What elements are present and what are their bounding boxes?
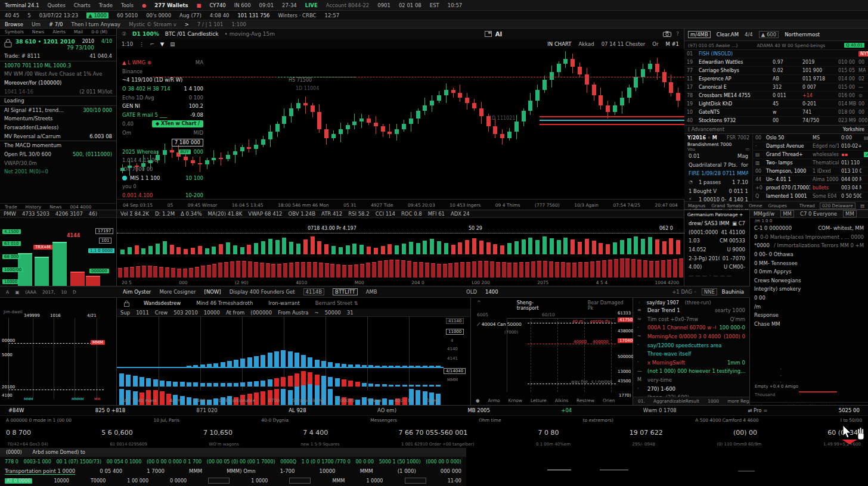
watchlist-header-item[interactable]: Northernmost xyxy=(785,32,820,38)
menu-item[interactable]: EST xyxy=(430,2,439,8)
oscillator-plot[interactable] xyxy=(117,316,444,390)
trade-log-footer-item[interactable]: 01. xyxy=(638,398,645,404)
levels-grid-panel[interactable]: Jim-dwell34999910164/2100000500020100410… xyxy=(0,298,117,405)
trade-log-row[interactable]: ≈Tim cost +0x0-7mwQ'mm xyxy=(633,315,749,324)
watchlist-header[interactable]: m/4MBClear.AM4/4▲ 600Northernmost xyxy=(684,29,868,41)
right-panel-tab[interactable]: Groupes xyxy=(768,203,787,208)
order-row[interactable]: Quadrilateral 7 Pts.for xyxy=(684,161,752,170)
band-mid-line[interactable] xyxy=(540,120,684,121)
band-center-tab[interactable]: Display 400 Founders Get xyxy=(230,289,295,295)
depth-panel[interactable]: ^ Sheng-transport Bear Damaged Pk 6005 6… xyxy=(471,298,633,405)
chart-tool-icon[interactable]: ⋮ xyxy=(139,41,144,47)
toolbar-item[interactable]: 60 5010 xyxy=(117,13,138,18)
trade-log-row[interactable]: ≡Dear Trend 1searty 1000 xyxy=(633,306,749,315)
band-tab[interactable]: D xyxy=(73,289,76,295)
sidebar-row[interactable]: VWAP/30.0m xyxy=(0,159,116,168)
sidebar-row[interactable]: Net 2001 M(0)=0 xyxy=(0,167,116,176)
stats-title[interactable]: Germanium Patronage + xyxy=(684,210,749,219)
watchlist-row[interactable]: 19LightDisk KhD450-201014 MB00 xyxy=(684,100,868,108)
position-row[interactable]: 44Un- 4.01 1Alma 10000044 00 MP xyxy=(753,176,868,184)
sidebar-header-item[interactable]: Alerts xyxy=(52,29,66,35)
trade-log-row[interactable]: ~MorningAce 0/0000 3 0 4000(1000) 0 xyxy=(633,332,749,341)
watchlist-row[interactable]: 78Crossbars ME14 47550 011+14016 00⊙ xyxy=(684,92,868,100)
camera-icon[interactable] xyxy=(663,31,671,37)
oscillator-header-item[interactable]: Iron-warrant xyxy=(268,300,299,306)
watchlist-row[interactable]: 01FISH (INSOLD)NYS xyxy=(684,50,868,58)
band-center-tab[interactable]: BTTLITT xyxy=(333,288,358,295)
menubar[interactable]: Terminal 24.1QuotesChartsTradeTools●277 … xyxy=(0,0,868,11)
tab-item[interactable]: 7 / | 1 101 xyxy=(197,21,224,27)
trade-log-footer-item[interactable]: AggrandizableResult xyxy=(653,398,699,404)
band-center-tab[interactable]: Aim Oyster xyxy=(123,289,151,295)
sidebar-footer-tab[interactable]: History xyxy=(26,204,42,210)
menu-item[interactable]: Quotes xyxy=(48,2,66,8)
position-row[interactable]: +0proud 070 /170001bullets003 04 M09 xyxy=(753,184,868,192)
band-tab[interactable]: ▣ xyxy=(15,289,19,295)
console-tab[interactable]: C7 0 Everyone xyxy=(800,211,837,217)
sidebar-row[interactable]: MV Reversal a/Carrum6.003 08 xyxy=(0,132,116,142)
band-lower-line[interactable] xyxy=(540,124,684,125)
sidebar-footer-tab[interactable]: News xyxy=(49,204,61,210)
toolbar-item[interactable]: ▲ 1000 xyxy=(86,13,108,18)
sidebar-footer-tabs[interactable]: TradeHistoryNews004 4000 xyxy=(0,203,116,210)
resistance-line[interactable] xyxy=(153,77,684,77)
trade-log-footer-item[interactable]: 1000 xyxy=(708,398,719,404)
sidebar-row[interactable]: Forswadden(Lawless) xyxy=(0,123,116,132)
menu-item[interactable]: ● xyxy=(142,2,146,8)
toolbar-item[interactable]: 40 45 xyxy=(5,13,19,18)
watchlist-row[interactable]: 19Edwardian Wattles0.972019010 0000 xyxy=(684,58,868,67)
sidebar-row[interactable]: Open P/L 30/0 600500, (0111000) xyxy=(0,150,116,159)
volume-chart[interactable]: 0718 43.00 Pr 4.19750 29062 0 20 5000(2 … xyxy=(117,217,684,286)
toolbar-item[interactable]: 4:08 40 xyxy=(210,13,230,18)
menu-item[interactable]: 27-34 xyxy=(282,2,297,8)
watchlist-row[interactable]: 10GateNTSw741018 0000 xyxy=(684,108,868,117)
order-row[interactable]: ◔1 passes1 7.10 xyxy=(684,178,752,187)
sidebar-row[interactable]: 10070 701 110 ML 1000.3 xyxy=(0,61,116,70)
tab-item[interactable]: Browse xyxy=(5,21,23,27)
trade-log-row[interactable]: ·270) 1-600 xyxy=(633,385,749,394)
position-row[interactable]: Qlamented 1 0001Some E040 50 500 xyxy=(753,192,868,201)
watchlist-row[interactable]: 40Stocktons 97320074/750023 M9000 xyxy=(684,117,868,125)
sidebar-row[interactable]: 1041 14-16(2 011 M)/lot xyxy=(0,88,116,97)
sidebar-header-item[interactable]: Symbols xyxy=(5,29,24,35)
band-tab[interactable]: A xyxy=(6,289,9,295)
position-row[interactable]: ▤Grand Thread+wholesales▪▪✓ xyxy=(753,151,868,159)
sidebar-row[interactable]: Momentum/Streets xyxy=(0,114,116,123)
console-tab[interactable]: MMgd/w xyxy=(754,211,774,217)
menu-item[interactable]: Trade xyxy=(99,2,113,8)
collapse-icon[interactable]: ^ xyxy=(477,300,481,311)
tab-item[interactable]: Mystic © Stream v xyxy=(129,21,176,27)
band-upper-line[interactable] xyxy=(540,116,684,117)
toolbar-secondary[interactable]: 40 45503/07/22 13:23▲ 100060 501000's 00… xyxy=(0,11,868,20)
sidebar-footer-tab[interactable]: 004 4000 xyxy=(70,204,92,210)
band-center-tab[interactable]: 4114B xyxy=(303,288,324,295)
trade-log-row[interactable]: Three-wave itself xyxy=(633,350,749,359)
trade-log-row[interactable]: ·000A 1 Channel 60700 w -0 000100 000-0 xyxy=(633,323,749,332)
menu-item[interactable]: Terminal 24.1 xyxy=(5,2,39,8)
chart-tool-item[interactable]: IN CHART xyxy=(547,41,571,47)
menu-item[interactable]: ■ xyxy=(197,2,202,8)
watchlist-header-item[interactable]: Clear.AM xyxy=(717,32,739,38)
band-tab[interactable]: 10 xyxy=(61,289,67,295)
console-tab[interactable]: MM xyxy=(843,210,857,217)
chart-tool-item[interactable]: Or xyxy=(652,41,658,47)
menu-item[interactable]: 09:01 xyxy=(259,2,274,8)
toolbar-item[interactable]: 5 xyxy=(27,13,30,18)
candlestick-chart[interactable]: HS 71500 1D 11004 1D 111021 ▲ L WMG ⊕MAB… xyxy=(117,49,684,199)
chart-tool-icon[interactable]: ⌐ xyxy=(150,41,154,47)
right-panel-tool[interactable]: Thread xyxy=(799,203,815,208)
section-divider-right[interactable]: Yorkshire xyxy=(843,127,864,132)
sidebar-row[interactable]: Loading xyxy=(0,96,116,106)
toolbar-item[interactable]: 03/07/22 13:23 xyxy=(39,13,78,18)
chart-tool-item[interactable]: Akkad xyxy=(579,41,594,47)
oscillator-header-item[interactable]: Wandsdestrew xyxy=(144,300,181,306)
oscillator-header-item[interactable]: Bernard Street ⇅ xyxy=(315,300,358,306)
toolbar-item[interactable]: 12:57 xyxy=(325,13,340,18)
menu-item[interactable]: 10:57 xyxy=(448,2,463,8)
chart-tool-icon[interactable]: 1:10 xyxy=(122,41,133,47)
tab-item[interactable]: > xyxy=(185,21,189,27)
band-far-tab[interactable]: Bauhinia xyxy=(722,289,744,295)
window-icon[interactable] xyxy=(485,31,492,37)
menu-item[interactable]: Tools xyxy=(121,2,134,8)
position-row[interactable]: ·Dampst AvenueEdged no/10010-02+ xyxy=(753,142,868,151)
